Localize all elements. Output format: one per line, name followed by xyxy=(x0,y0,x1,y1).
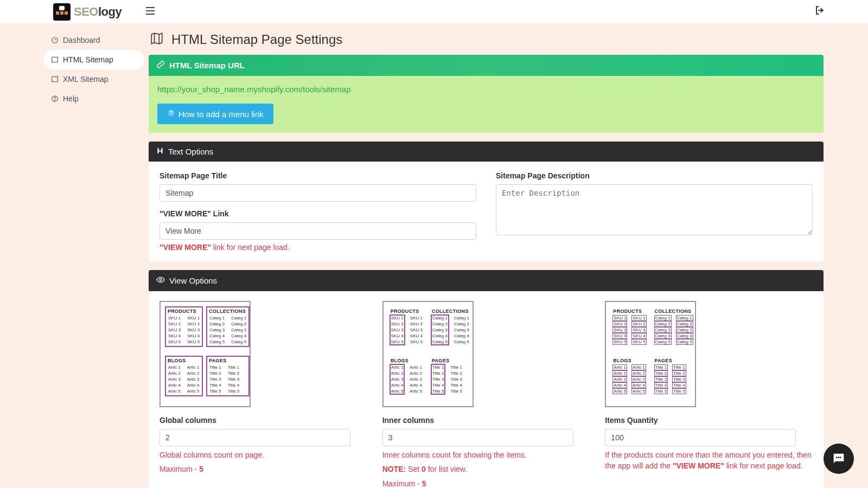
inner-columns-help: Inner columns count for showing the item… xyxy=(382,450,590,460)
inner-note-rest: for list view. xyxy=(426,465,467,473)
sidebar-item-dashboard[interactable]: Dashboard xyxy=(43,30,141,50)
page-title: HTML Sitemap Page Settings xyxy=(171,32,342,47)
svg-point-11 xyxy=(840,457,841,458)
link-icon xyxy=(156,60,165,70)
svg-point-5 xyxy=(55,100,55,100)
sidebar-item-label: HTML Sitemap xyxy=(63,55,113,64)
sidebar-item-xml-sitemap[interactable]: XML Sitemap xyxy=(43,69,141,89)
preview-items-quantity[interactable]: PRODUCTSSKU 1SKU 2SKU 3SKU 4SKU 5SKU 1SK… xyxy=(605,301,696,407)
map-icon xyxy=(150,31,164,47)
help-icon xyxy=(51,95,59,102)
menu-toggle-icon[interactable] xyxy=(146,6,155,17)
view-options-panel: View Options PRODUCTSSKU 1SKU 2SKU 3SKU … xyxy=(149,270,824,488)
svg-point-9 xyxy=(836,457,838,458)
svg-rect-1 xyxy=(146,10,155,11)
desc-label: Sitemap Page Description xyxy=(496,171,813,180)
sidebar-item-help[interactable]: Help xyxy=(43,89,141,108)
eye-icon xyxy=(156,275,165,286)
items-quantity-input[interactable] xyxy=(605,429,796,446)
help-icon xyxy=(167,109,175,119)
inner-columns-label: Inner columns xyxy=(382,416,590,425)
chat-fab-button[interactable] xyxy=(824,444,854,474)
svg-point-10 xyxy=(838,457,840,458)
sidebar: Dashboard HTML Sitemap XML Sitemap Help xyxy=(0,24,141,488)
inner-columns-input[interactable] xyxy=(382,429,573,446)
global-max-value: 5 xyxy=(199,465,203,473)
sidebar-item-label: Help xyxy=(63,94,79,103)
sitemap-url-link[interactable]: https://your_shop_name.myshopify.com/too… xyxy=(157,85,815,94)
app-logo: SEOlogy xyxy=(53,3,122,21)
howto-button[interactable]: How to add a menu link xyxy=(157,104,273,124)
sitemap-title-input[interactable] xyxy=(159,184,476,202)
logo-text-seo: SEO xyxy=(74,5,98,18)
inner-max-value: 5 xyxy=(422,479,426,488)
inner-note-label: NOTE: xyxy=(382,465,406,473)
items-quantity-label: Items Quantity xyxy=(605,416,813,425)
global-max-label: Maximum - xyxy=(159,465,199,473)
viewmore-label: "VIEW MORE" Link xyxy=(159,209,476,218)
map-icon xyxy=(51,56,59,63)
text-options-panel: Text Options Sitemap Page Title "VIEW MO… xyxy=(149,142,824,261)
logo-mark-icon xyxy=(53,3,71,21)
howto-button-label: How to add a menu link xyxy=(178,110,264,119)
viewmore-help-strong: "VIEW MORE" xyxy=(159,243,211,252)
heading-icon xyxy=(156,147,164,156)
sidebar-item-label: XML Sitemap xyxy=(63,75,108,84)
svg-rect-2 xyxy=(146,14,155,15)
view-options-heading: View Options xyxy=(169,276,217,285)
sidebar-item-label: Dashboard xyxy=(63,36,100,44)
inner-max-label: Maximum - xyxy=(382,479,422,488)
items-help-c: link for next page load. xyxy=(724,461,803,470)
global-columns-input[interactable] xyxy=(159,429,350,446)
items-help-b: "VIEW MORE" xyxy=(673,461,724,470)
viewmore-help-rest: link for next page load. xyxy=(211,243,290,252)
dashboard-icon xyxy=(51,36,59,44)
inner-note-zero: 0 xyxy=(422,465,426,473)
title-label: Sitemap Page Title xyxy=(159,171,476,180)
inner-note-set: Set xyxy=(406,465,422,473)
logo-text-logy: logy xyxy=(98,5,122,18)
sitemap-url-panel: HTML Sitemap URL https://your_shop_name.… xyxy=(149,55,824,133)
sidebar-item-html-sitemap[interactable]: HTML Sitemap xyxy=(43,50,144,69)
logout-icon[interactable] xyxy=(815,5,857,18)
url-panel-heading: HTML Sitemap URL xyxy=(169,61,245,70)
global-columns-label: Global columns xyxy=(159,416,367,425)
preview-global-columns[interactable]: PRODUCTSSKU 1SKU 2SKU 3SKU 4SKU 5SKU 1SK… xyxy=(159,301,251,407)
viewmore-input[interactable] xyxy=(159,222,476,240)
preview-inner-columns[interactable]: PRODUCTSSKU 1SKU 2SKU 3SKU 4SKU 5SKU 1SK… xyxy=(382,301,474,407)
sitemap-desc-input[interactable] xyxy=(496,184,813,235)
svg-point-8 xyxy=(159,279,162,281)
map-icon xyxy=(51,75,59,83)
text-options-heading: Text Options xyxy=(168,147,213,156)
page-title-row: HTML Sitemap Page Settings xyxy=(149,31,824,47)
svg-rect-0 xyxy=(146,7,155,8)
global-columns-help: Global columns count on page. xyxy=(159,450,367,460)
svg-point-7 xyxy=(171,114,171,115)
